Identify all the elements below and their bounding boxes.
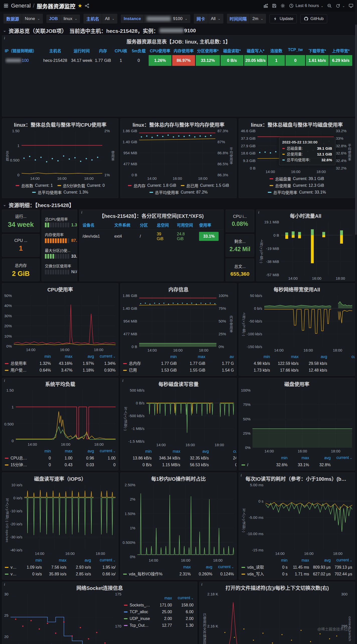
legend-sort-max[interactable]: max [51, 448, 72, 454]
legend-sort-current[interactable]: current ⌄ [212, 563, 234, 571]
legend-sort-max[interactable]: max [152, 448, 180, 455]
legend-sort-current[interactable]: current ⌄ [94, 353, 116, 360]
series-toggle[interactable]: vda_每秒I/O操作% [129, 571, 162, 577]
legend-sort-current[interactable]: current ⌄ [331, 454, 352, 461]
legend-sort-min[interactable]: min [123, 448, 152, 455]
legend-sort-avg[interactable]: avg [299, 353, 327, 360]
column-header[interactable]: 内存使用率 [172, 48, 195, 54]
plot-area[interactable] [24, 485, 116, 550]
legend-sort-min[interactable]: min [29, 448, 51, 454]
column-header[interactable]: IP（链接到明细） [5, 48, 40, 54]
update-button[interactable]: Update [270, 14, 297, 23]
series-toggle[interactable]: 已用 [129, 367, 137, 374]
legend-sort-max[interactable]: max [150, 595, 172, 601]
plot-area[interactable] [139, 295, 216, 347]
panel-title[interactable]: 每秒磁盘读写容量 [121, 378, 236, 389]
plot-area[interactable] [265, 485, 352, 550]
plot-area[interactable] [252, 390, 352, 448]
column-header[interactable]: 可用空间 [177, 222, 199, 228]
legend-sort-min[interactable]: min [29, 353, 51, 360]
column-header[interactable]: TCP_tw [286, 48, 305, 54]
panel-title[interactable]: 系统平均负载 [2, 378, 118, 389]
panel-info-icon[interactable]: i [81, 211, 82, 215]
panel-title[interactable]: 磁盘使用率 [239, 378, 355, 389]
legend-item[interactable]: 总平均使用率Current: 33.1% [268, 189, 326, 195]
row-overview-toggle[interactable]: ⌄ 资源总览（关联JOB项） 当前选中主机：hecs-215428，实例：910… [2, 26, 355, 35]
panel-title[interactable]: CPU使用率 [2, 283, 118, 294]
series-toggle[interactable]: TCP_alloc [130, 608, 148, 615]
legend-sort-avg[interactable]: avg [72, 353, 94, 360]
stat-title[interactable]: 总内存 [15, 262, 27, 268]
plot-area[interactable] [220, 594, 339, 644]
column-header[interactable]: 主机名 [41, 48, 69, 54]
plot-area[interactable] [11, 594, 113, 644]
github-button[interactable]: GitHub [300, 14, 327, 23]
legend-sort-avg[interactable]: avg [309, 557, 331, 564]
scrollbar-thumb[interactable] [355, 25, 357, 235]
legend-sort-min[interactable]: min [266, 454, 288, 461]
series-toggle[interactable]: CPU总核数 [11, 455, 29, 461]
column-header[interactable]: 分区使用率* [196, 48, 220, 54]
legend-item[interactable]: 总平均使用率Current: 1.3% [32, 189, 88, 195]
panel-title[interactable]: linux：整体总磁盘与整体平均磁盘使用率 [239, 119, 355, 129]
legend-sort-min[interactable]: min [266, 557, 288, 564]
legend-sort-current[interactable]: current ⌄ [91, 557, 116, 564]
legend-sort-min[interactable]: min [241, 353, 270, 360]
plot-area[interactable] [264, 295, 352, 347]
legend-sort-avg[interactable]: avg [309, 454, 331, 461]
panel-info-icon[interactable]: i [4, 379, 5, 383]
panel-title[interactable]: 每小时流量All [256, 210, 355, 220]
panel-title[interactable]: 内存信息 [121, 283, 236, 294]
legend-sort-current[interactable]: current ⌄ [172, 594, 194, 602]
variable-value-dropdown[interactable]: All⌄ [208, 14, 223, 24]
legend-sort-avg[interactable]: avg [72, 448, 94, 454]
panel-title[interactable]: linux：整体总负载与整体平均CPU使用率 [2, 119, 118, 129]
column-header[interactable]: 分区 [140, 222, 157, 228]
legend-sort-cu[interactable]: cu [327, 353, 355, 360]
column-header[interactable]: 下载带宽* [306, 48, 329, 54]
column-header[interactable]: CPU使用率 [149, 48, 171, 54]
series-toggle[interactable]: vda_读取 [247, 564, 264, 571]
legend-sort-max[interactable]: max [177, 353, 205, 360]
panel-info-icon[interactable]: i [4, 36, 5, 40]
panel-title[interactable]: 磁盘读写速率（IOPS） [2, 473, 118, 483]
plot-area[interactable] [146, 390, 234, 441]
time-range-picker[interactable]: Last 6 hours ⌄ [289, 3, 323, 8]
panel-title[interactable]: 每次IO读写的耗时（参考：小于100ms）(beta) [239, 473, 355, 483]
row-detail-toggle[interactable]: ⌄ 资源明细：【hecs-215428】 [2, 200, 355, 210]
share-icon[interactable] [84, 3, 90, 8]
ip-link[interactable]: 100 [5, 55, 40, 66]
panel-title[interactable]: 打开的文件描述符(左)/每秒上下文切换次数(右) [200, 582, 355, 592]
stat-title[interactable]: 总文... [234, 263, 245, 269]
column-header[interactable]: 总空间 [157, 222, 177, 228]
cycle-view-button[interactable] [348, 3, 353, 8]
series-toggle[interactable]: vda_写入 [11, 564, 17, 571]
variable-value-dropdown[interactable]: 2m⌄ [249, 14, 266, 24]
legend-sort-av[interactable]: av [205, 353, 234, 360]
plot-area[interactable] [22, 131, 103, 175]
panel-info-icon[interactable]: i [4, 583, 5, 587]
legend-sort-avg[interactable]: avg [191, 564, 212, 570]
apps-grid-icon[interactable] [4, 3, 9, 8]
favorite-star-icon[interactable]: ★ [77, 3, 82, 9]
column-header[interactable]: 设备名 [82, 222, 114, 228]
legend-sort-max[interactable]: max [51, 353, 72, 360]
page-scrollbar[interactable] [355, 0, 357, 644]
legend-sort-max[interactable]: max [270, 353, 299, 360]
stat-title[interactable]: 剩余... [234, 238, 245, 244]
series-toggle[interactable]: 总使用率 [11, 360, 27, 367]
series-toggle[interactable]: Sockets_used (right-y) [130, 602, 150, 608]
panel-info-icon[interactable]: i [241, 473, 242, 477]
panel-title[interactable]: 每1秒内I/O操作耗时占比 [121, 473, 236, 483]
stat-title[interactable]: CPU ... [14, 238, 27, 243]
panel-title[interactable]: 每秒网络带宽使用All [239, 283, 355, 294]
breadcrumb-section[interactable]: General [11, 3, 31, 9]
series-toggle[interactable]: 15分钟负载 [11, 461, 29, 468]
series-toggle[interactable]: vda_写入 [247, 571, 264, 577]
column-header[interactable]: 运行时间 [70, 48, 93, 54]
legend-sort-avg[interactable]: avg [66, 557, 91, 564]
panel-title[interactable]: 【hecs-215428】：各分区可用空间(EXT.*/XFS) [79, 210, 223, 220]
series-toggle[interactable]: 总内存 [129, 360, 141, 367]
plot-area[interactable]: 2022-05-22 13:30:00 总磁盘量:39.1 GiB 总使用量:1… [257, 131, 334, 168]
legend-sort-max[interactable]: max [288, 557, 309, 564]
